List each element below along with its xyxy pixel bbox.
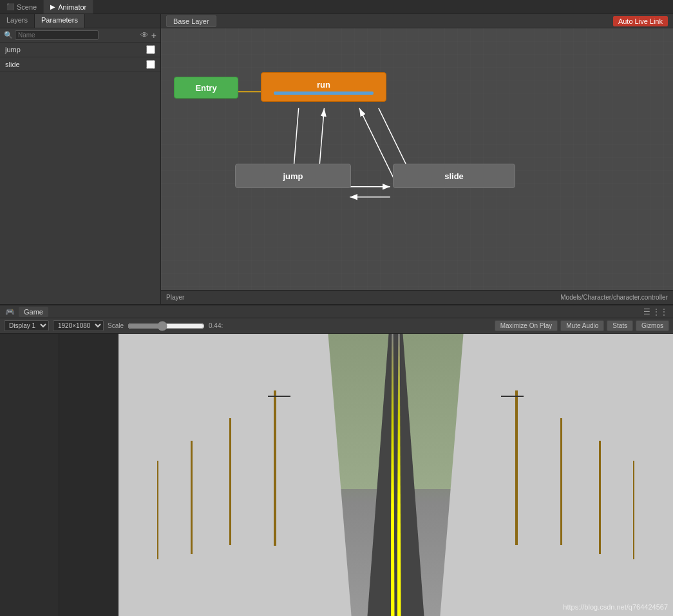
animator-panel: Base Layer Auto Live Link bbox=[161, 14, 673, 304]
wire-crossbar-1 bbox=[268, 396, 290, 397]
base-layer-tab[interactable]: Base Layer bbox=[166, 15, 216, 27]
scale-label: Scale bbox=[108, 322, 124, 329]
game-viewport: https://blog.csdn.net/q764424567 bbox=[118, 334, 673, 616]
animator-canvas[interactable]: Entry run jump slide bbox=[161, 28, 673, 290]
arrows-svg bbox=[161, 28, 673, 290]
pole-right-4 bbox=[633, 461, 634, 559]
game-options-icon: ⋮⋮ bbox=[652, 307, 668, 316]
game-tab-icon: 🎮 bbox=[5, 307, 15, 316]
lower-section: 🎮 Game ☰ ⋮⋮ Display 1 1920×1080 Scale 0.… bbox=[0, 304, 673, 616]
tab-animator[interactable]: ▶ Animator bbox=[44, 0, 93, 14]
footer-controller-path: Models/Character/character.controller bbox=[560, 294, 668, 301]
search-icon: 🔍 bbox=[4, 31, 13, 39]
maximize-on-play-button[interactable]: Maximize On Play bbox=[495, 320, 558, 331]
game-toolbar: Display 1 1920×1080 Scale 0.44: Maximize… bbox=[0, 318, 673, 334]
pole-left-2 bbox=[229, 418, 231, 545]
pole-right-1 bbox=[515, 390, 518, 546]
wire-crossbar-r1 bbox=[501, 396, 523, 397]
mute-audio-button[interactable]: Mute Audio bbox=[560, 320, 604, 331]
pole-left-4 bbox=[157, 461, 158, 559]
animator-icon: ▶ bbox=[50, 3, 55, 10]
param-slide-label: slide bbox=[5, 61, 20, 68]
game-tab-label[interactable]: Game bbox=[19, 307, 48, 317]
sidebar-search: 🔍 bbox=[4, 30, 140, 40]
param-row-slide: slide bbox=[0, 57, 160, 72]
sidebar-tab-layers[interactable]: Layers bbox=[0, 14, 35, 28]
sidebar-header: 🔍 👁 + bbox=[0, 28, 160, 43]
animator-header: Base Layer Auto Live Link bbox=[161, 14, 673, 28]
param-row-jump: jump bbox=[0, 43, 160, 57]
search-input[interactable] bbox=[15, 30, 99, 40]
pole-left-3 bbox=[191, 441, 193, 553]
svg-line-6 bbox=[359, 108, 398, 187]
sidewalk-left bbox=[118, 334, 352, 616]
sidebar-tabs: Layers Parameters bbox=[0, 14, 160, 28]
upper-section: Layers Parameters 🔍 👁 + jump sli bbox=[0, 14, 673, 304]
param-jump-label: jump bbox=[5, 46, 21, 53]
panel-tabs-row: ⬛ Scene ▶ Animator bbox=[0, 0, 673, 14]
game-header: 🎮 Game ☰ ⋮⋮ bbox=[0, 304, 673, 318]
state-node-run[interactable]: run bbox=[261, 72, 386, 102]
resolution-select[interactable]: 1920×1080 bbox=[53, 320, 104, 331]
eye-icon: 👁 bbox=[140, 30, 149, 40]
animator-header-left: Base Layer bbox=[166, 15, 216, 27]
gizmos-button[interactable]: Gizmos bbox=[636, 320, 669, 331]
scale-slider[interactable] bbox=[128, 321, 205, 331]
animator-settings: Auto Live Link bbox=[613, 16, 668, 26]
param-slide-checkbox[interactable] bbox=[146, 60, 155, 69]
left-sidebar: Layers Parameters 🔍 👁 + jump sli bbox=[0, 14, 161, 304]
state-node-jump[interactable]: jump bbox=[235, 164, 351, 188]
pole-right-2 bbox=[560, 418, 562, 545]
pole-right-3 bbox=[599, 441, 601, 553]
display-select[interactable]: Display 1 bbox=[4, 320, 49, 331]
road-scene: https://blog.csdn.net/q764424567 bbox=[118, 334, 673, 616]
main-area: Layers Parameters 🔍 👁 + jump sli bbox=[0, 14, 673, 616]
game-left-strip bbox=[0, 334, 59, 616]
game-settings-icon: ☰ bbox=[643, 307, 650, 316]
auto-live-link-button[interactable]: Auto Live Link bbox=[613, 16, 668, 26]
stats-button[interactable]: Stats bbox=[607, 320, 633, 331]
scale-value: 0.44: bbox=[209, 322, 223, 329]
run-progress-bar bbox=[274, 91, 373, 95]
game-toolbar-right: Maximize On Play Mute Audio Stats Gizmos bbox=[495, 320, 669, 331]
scene-icon: ⬛ bbox=[6, 3, 14, 10]
param-jump-checkbox[interactable] bbox=[146, 45, 155, 54]
scene-tab-label: Scene bbox=[17, 3, 37, 11]
tab-scene[interactable]: ⬛ Scene bbox=[0, 0, 44, 14]
animator-footer: Player Models/Character/character.contro… bbox=[161, 290, 673, 304]
state-node-entry[interactable]: Entry bbox=[174, 77, 238, 99]
sidewalk-right bbox=[440, 334, 673, 616]
sidebar-tab-parameters[interactable]: Parameters bbox=[35, 14, 85, 28]
add-param-button[interactable]: + bbox=[151, 30, 156, 41]
lower-inner: https://blog.csdn.net/q764424567 bbox=[0, 334, 673, 616]
pole-left-1 bbox=[274, 390, 276, 546]
state-node-slide[interactable]: slide bbox=[393, 164, 515, 188]
animator-tab-label: Animator bbox=[58, 3, 86, 11]
footer-player-label: Player bbox=[166, 294, 184, 301]
